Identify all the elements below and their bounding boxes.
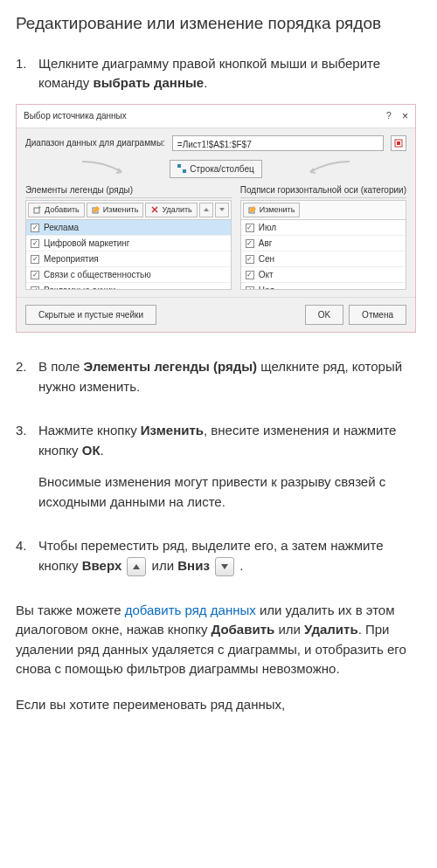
- chart-range-input[interactable]: =Лист1!$A$1:$F$7: [172, 135, 384, 151]
- range-picker-button[interactable]: [391, 135, 406, 151]
- checkbox-icon[interactable]: ✓: [31, 239, 39, 248]
- list-item[interactable]: ✓Мероприятия: [26, 251, 231, 267]
- checkbox-icon[interactable]: ✓: [31, 271, 39, 279]
- step-3-text-a: Нажмите кнопку: [38, 423, 141, 437]
- step-2-bold: Элементы легенды (ряды): [84, 359, 257, 374]
- svg-rect-2: [177, 164, 181, 168]
- move-up-button[interactable]: [199, 203, 213, 218]
- list-item-label: Рекламные акции: [44, 284, 115, 290]
- checkbox-icon[interactable]: ✓: [246, 255, 254, 264]
- remove-series-button[interactable]: Удалить: [145, 203, 197, 218]
- triangle-up-icon: [204, 208, 209, 211]
- step-4-bold-down: Вниз: [177, 558, 210, 573]
- up-arrow-button[interactable]: [127, 557, 146, 576]
- cancel-button[interactable]: Отмена: [349, 305, 406, 325]
- svg-rect-3: [183, 169, 186, 173]
- add-data-series-link[interactable]: добавить ряд данных: [125, 603, 256, 617]
- axis-labels-header: Подписи горизонтальной оси (категории): [240, 183, 406, 198]
- dialog-title: Выбор источника данных: [24, 109, 127, 122]
- footer-paragraph-2: Если вы хотите переименовать ряд данных,: [16, 695, 421, 715]
- checkbox-icon[interactable]: ✓: [31, 224, 39, 232]
- select-data-source-dialog: Выбор источника данных ? × Диапазон данн…: [16, 104, 416, 334]
- switch-icon: [177, 164, 186, 173]
- swap-arrow-left-icon: [78, 160, 130, 177]
- list-item-label: Сен: [259, 252, 274, 265]
- switch-row-column-label: Строка/столбец: [190, 162, 253, 176]
- edit-axis-label: Изменить: [260, 204, 295, 217]
- ok-button[interactable]: OK: [305, 305, 343, 325]
- add-icon: +: [33, 205, 42, 214]
- edit-series-button[interactable]: Изменить: [87, 203, 144, 218]
- list-item[interactable]: ✓Цифровой маркетинг: [26, 236, 231, 251]
- edit-icon: [92, 205, 101, 214]
- step-3-text-e: .: [101, 443, 104, 458]
- list-item-label: Авг: [259, 237, 273, 250]
- list-item[interactable]: ✓Окт: [241, 267, 406, 283]
- triangle-down-icon: [221, 564, 228, 569]
- svg-rect-1: [397, 141, 400, 145]
- list-item-label: Мероприятия: [44, 252, 99, 265]
- legend-entries-header: Элементы легенды (ряды): [25, 183, 232, 198]
- list-item-label: Реклама: [44, 221, 79, 234]
- list-item[interactable]: ✓Реклама: [26, 220, 231, 236]
- list-item-label: Окт: [259, 268, 274, 281]
- step-4-bold-up: Вверх: [82, 558, 122, 573]
- step-3-bold-ok: ОК: [82, 443, 101, 458]
- step-1-text-a: Щелкните диаграмму правой кнопкой мыши и…: [38, 56, 380, 91]
- step-3-note: Вносимые изменения могут привести к разр…: [38, 472, 421, 512]
- list-item[interactable]: ✓Ноя: [241, 283, 406, 290]
- step-1: Щелкните диаграмму правой кнопкой мыши и…: [16, 54, 421, 334]
- step-4-text-c: или: [152, 558, 178, 573]
- list-item-label: Связи с общественностью: [44, 268, 151, 281]
- swap-arrow-right-icon: [302, 160, 354, 177]
- step-4-text-e: .: [239, 558, 243, 573]
- checkbox-icon[interactable]: ✓: [31, 255, 39, 264]
- list-item-label: Июл: [259, 221, 276, 234]
- add-series-label: Добавить: [45, 204, 80, 217]
- step-3: Нажмите кнопку Изменить, внесите изменен…: [16, 421, 421, 512]
- step-3-bold-edit: Изменить: [141, 423, 204, 437]
- checkbox-icon[interactable]: ✓: [246, 239, 254, 248]
- step-4: Чтобы переместить ряд, выделите его, а з…: [16, 536, 421, 576]
- page-title: Редактирование или изменение порядка ряд…: [16, 12, 421, 35]
- add-series-button[interactable]: + Добавить: [28, 203, 85, 218]
- footer-p1-d: или: [274, 622, 304, 637]
- switch-row-column-button[interactable]: Строка/столбец: [170, 160, 261, 178]
- chart-range-label: Диапазон данных для диаграммы:: [25, 136, 165, 149]
- step-2: В поле Элементы легенды (ряды) щелкните …: [16, 357, 421, 396]
- step-2-text-a: В поле: [38, 359, 84, 374]
- edit-icon: [248, 205, 257, 214]
- triangle-up-icon: [133, 564, 140, 569]
- range-picker-icon: [394, 139, 403, 148]
- dialog-titlebar: Выбор источника данных ? ×: [17, 105, 415, 128]
- edit-series-label: Изменить: [103, 204, 139, 217]
- remove-icon: [150, 205, 159, 214]
- list-item[interactable]: ✓Связи с общественностью: [26, 267, 231, 283]
- list-item[interactable]: ✓Авг: [241, 236, 406, 251]
- edit-axis-button[interactable]: Изменить: [243, 203, 301, 218]
- list-item-label: Цифровой маркетинг: [44, 237, 130, 250]
- list-item[interactable]: ✓Сен: [241, 251, 406, 267]
- footer-p1-remove: Удалить: [304, 622, 358, 637]
- down-arrow-button[interactable]: [215, 557, 234, 576]
- triangle-down-icon: [219, 208, 225, 211]
- remove-series-label: Удалить: [162, 204, 191, 217]
- help-icon[interactable]: ?: [386, 108, 392, 123]
- svg-text:+: +: [38, 205, 41, 210]
- footer-p1-a: Вы также можете: [16, 603, 125, 617]
- hidden-empty-cells-button[interactable]: Скрытые и пустые ячейки: [25, 305, 156, 325]
- list-item[interactable]: ✓Рекламные акции: [26, 283, 231, 290]
- legend-entries-list[interactable]: ✓Реклама ✓Цифровой маркетинг ✓Мероприяти…: [25, 220, 232, 290]
- footer-p1-add: Добавить: [212, 622, 275, 637]
- close-icon[interactable]: ×: [402, 108, 408, 124]
- move-down-button[interactable]: [215, 203, 229, 218]
- step-1-text-c: .: [204, 75, 207, 90]
- checkbox-icon[interactable]: ✓: [246, 271, 254, 279]
- list-item-label: Ноя: [259, 284, 274, 290]
- checkbox-icon[interactable]: ✓: [246, 224, 254, 232]
- footer-paragraph-1: Вы также можете добавить ряд данных или …: [16, 601, 421, 679]
- checkbox-icon[interactable]: ✓: [246, 286, 254, 291]
- checkbox-icon[interactable]: ✓: [31, 286, 39, 291]
- axis-labels-list[interactable]: ✓Июл ✓Авг ✓Сен ✓Окт ✓Ноя: [240, 220, 406, 290]
- list-item[interactable]: ✓Июл: [241, 220, 406, 236]
